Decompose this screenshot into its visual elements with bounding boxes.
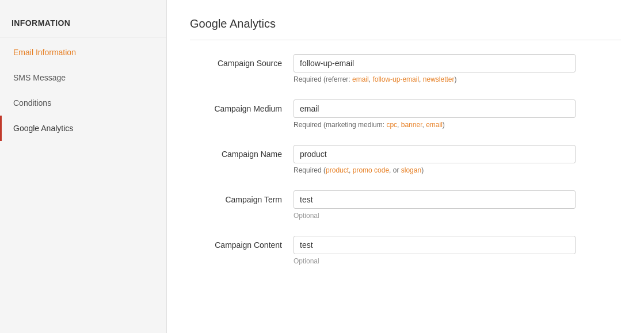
campaign-content-input[interactable] (294, 236, 576, 254)
main-content: Google Analytics Campaign Source Require… (167, 0, 644, 333)
form-group-campaign-name: Campaign Name Required (product, promo c… (190, 145, 621, 174)
sidebar-item-google-analytics[interactable]: Google Analytics (0, 116, 166, 141)
campaign-term-hint: Optional (294, 212, 576, 220)
label-campaign-content: Campaign Content (190, 236, 294, 250)
field-wrapper-campaign-source: Required (referrer: email, follow-up-ema… (294, 54, 576, 83)
label-campaign-source: Campaign Source (190, 54, 294, 68)
sidebar-item-sms-message[interactable]: SMS Message (0, 65, 166, 90)
campaign-name-hint: Required (product, promo code, or slogan… (294, 166, 576, 174)
form-group-campaign-content: Campaign Content Optional (190, 236, 621, 265)
form-group-campaign-term: Campaign Term Optional (190, 190, 621, 220)
form-group-campaign-source: Campaign Source Required (referrer: emai… (190, 54, 621, 83)
sidebar-divider (0, 37, 166, 37)
campaign-content-hint: Optional (294, 257, 576, 265)
field-wrapper-campaign-term: Optional (294, 190, 576, 220)
label-campaign-term: Campaign Term (190, 190, 294, 204)
page-layout: INFORMATION Email Information SMS Messag… (0, 0, 644, 333)
section-title: Google Analytics (190, 17, 621, 40)
sidebar-header: INFORMATION (0, 12, 166, 37)
campaign-source-hint: Required (referrer: email, follow-up-ema… (294, 75, 576, 83)
campaign-medium-hint: Required (marketing medium: cpc, banner,… (294, 121, 576, 129)
label-campaign-name: Campaign Name (190, 145, 294, 159)
field-wrapper-campaign-name: Required (product, promo code, or slogan… (294, 145, 576, 174)
sidebar-item-email-information[interactable]: Email Information (0, 40, 166, 65)
field-wrapper-campaign-medium: Required (marketing medium: cpc, banner,… (294, 99, 576, 129)
campaign-source-input[interactable] (294, 54, 576, 72)
label-campaign-medium: Campaign Medium (190, 99, 294, 113)
form-group-campaign-medium: Campaign Medium Required (marketing medi… (190, 99, 621, 129)
campaign-medium-input[interactable] (294, 99, 576, 118)
sidebar-item-conditions[interactable]: Conditions (0, 90, 166, 116)
sidebar: INFORMATION Email Information SMS Messag… (0, 0, 167, 333)
field-wrapper-campaign-content: Optional (294, 236, 576, 265)
campaign-name-input[interactable] (294, 145, 576, 163)
campaign-term-input[interactable] (294, 190, 576, 209)
